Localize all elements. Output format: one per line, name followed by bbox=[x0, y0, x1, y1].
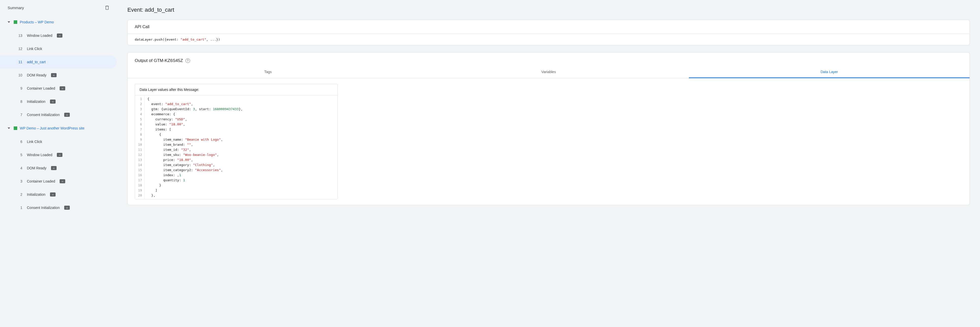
chevron-down-icon bbox=[8, 128, 10, 129]
page-icon bbox=[14, 126, 17, 130]
sidebar-item-label: add_to_cart bbox=[27, 60, 46, 64]
sidebar-item-label: Link Click bbox=[27, 140, 42, 144]
clear-icon[interactable] bbox=[102, 3, 111, 12]
sidebar-item-number: 13 bbox=[17, 33, 22, 38]
code-badge-icon: ‹› bbox=[57, 33, 62, 38]
output-card: Output of GTM-KZ6S45Z ? Tags Variables D… bbox=[127, 52, 970, 205]
sidebar-item-number: 9 bbox=[17, 86, 22, 90]
sidebar-item-number: 12 bbox=[17, 47, 22, 51]
sidebar-item-number: 10 bbox=[17, 73, 22, 77]
sidebar-item[interactable]: 5Window Loaded‹› bbox=[0, 148, 119, 161]
sidebar-item-label: Initialization bbox=[27, 99, 45, 104]
tab-tags[interactable]: Tags bbox=[128, 66, 408, 78]
code-badge-icon: ‹› bbox=[64, 206, 70, 210]
sidebar: Summary Products – WP Demo13Window Loade… bbox=[0, 0, 119, 327]
sidebar-item[interactable]: 7Consent Initialization‹› bbox=[0, 108, 119, 121]
code-badge-icon: ‹› bbox=[57, 153, 62, 157]
sidebar-item-label: Container Loaded bbox=[27, 86, 55, 90]
sidebar-item[interactable]: 10DOM Ready‹› bbox=[0, 69, 119, 82]
sidebar-item-number: 11 bbox=[17, 60, 22, 64]
chevron-down-icon bbox=[8, 21, 10, 23]
sidebar-item-label: DOM Ready bbox=[27, 73, 46, 77]
page-icon bbox=[14, 20, 17, 24]
event-title: Event: add_to_cart bbox=[127, 0, 972, 20]
sidebar-item-number: 2 bbox=[17, 193, 22, 196]
sidebar-item-number: 6 bbox=[17, 140, 22, 144]
sidebar-item-label: Initialization bbox=[27, 193, 45, 196]
help-icon[interactable]: ? bbox=[186, 58, 190, 63]
code-badge-icon: ‹› bbox=[50, 193, 56, 196]
code-badge-icon: ‹› bbox=[60, 86, 65, 90]
main-panel: Event: add_to_cart API Call dataLayer.pu… bbox=[119, 0, 980, 327]
sidebar-item[interactable]: 1Consent Initialization‹› bbox=[0, 201, 119, 214]
sidebar-item-number: 1 bbox=[17, 206, 22, 210]
code-badge-icon: ‹› bbox=[64, 113, 70, 117]
sidebar-item[interactable]: 8Initialization‹› bbox=[0, 95, 119, 108]
sidebar-item-number: 7 bbox=[17, 113, 22, 117]
output-title: Output of GTM-KZ6S45Z bbox=[135, 58, 183, 63]
sidebar-item-label: DOM Ready bbox=[27, 166, 46, 170]
api-call-card: API Call dataLayer.push({event: "add_to_… bbox=[127, 20, 970, 45]
code-badge-icon: ‹› bbox=[51, 73, 57, 77]
data-layer-panel-title: Data Layer values after this Message: bbox=[135, 84, 337, 96]
code-badge-icon: ‹› bbox=[60, 179, 65, 183]
sidebar-item-number: 4 bbox=[17, 166, 22, 170]
sidebar-item-number: 8 bbox=[17, 99, 22, 104]
sidebar-item[interactable]: 4DOM Ready‹› bbox=[0, 161, 119, 175]
sidebar-item-label: Link Click bbox=[27, 47, 42, 51]
sidebar-item[interactable]: 13Window Loaded‹› bbox=[0, 29, 119, 42]
data-layer-code: 1234567891011121314151617181920{ event: … bbox=[135, 96, 337, 199]
code-badge-icon: ‹› bbox=[51, 166, 57, 170]
sidebar-item[interactable]: 3Container Loaded‹› bbox=[0, 175, 119, 188]
sidebar-group[interactable]: Products – WP Demo bbox=[0, 15, 119, 29]
data-layer-panel: Data Layer values after this Message: 12… bbox=[135, 84, 338, 199]
sidebar-item-label: Container Loaded bbox=[27, 179, 55, 183]
sidebar-item-label: Window Loaded bbox=[27, 153, 52, 157]
sidebar-item[interactable]: 2Initialization‹› bbox=[0, 188, 119, 201]
sidebar-item-number: 3 bbox=[17, 179, 22, 183]
sidebar-item[interactable]: 9Container Loaded‹› bbox=[0, 82, 119, 95]
sidebar-item-label: Consent Initialization bbox=[27, 206, 60, 210]
sidebar-item[interactable]: 12Link Click bbox=[0, 42, 119, 55]
api-call-title: API Call bbox=[128, 20, 970, 34]
sidebar-item[interactable]: 6Link Click bbox=[0, 135, 119, 148]
sidebar-group[interactable]: WP Demo – Just another WordPress site bbox=[0, 121, 119, 135]
output-tabs: Tags Variables Data Layer bbox=[128, 66, 970, 78]
tab-variables[interactable]: Variables bbox=[408, 66, 689, 78]
sidebar-item-number: 5 bbox=[17, 153, 22, 157]
sidebar-item[interactable]: 11add_to_cart bbox=[0, 55, 117, 69]
code-badge-icon: ‹› bbox=[50, 99, 56, 104]
summary-header[interactable]: Summary bbox=[0, 0, 119, 15]
sidebar-item-label: Window Loaded bbox=[27, 33, 52, 38]
api-call-code: dataLayer.push({event: "add_to_cart", ..… bbox=[128, 34, 970, 45]
summary-label: Summary bbox=[8, 6, 24, 10]
sidebar-group-label: WP Demo – Just another WordPress site bbox=[20, 126, 84, 130]
tab-data-layer[interactable]: Data Layer bbox=[689, 66, 970, 78]
sidebar-item-label: Consent Initialization bbox=[27, 113, 60, 117]
sidebar-group-label: Products – WP Demo bbox=[20, 20, 54, 24]
